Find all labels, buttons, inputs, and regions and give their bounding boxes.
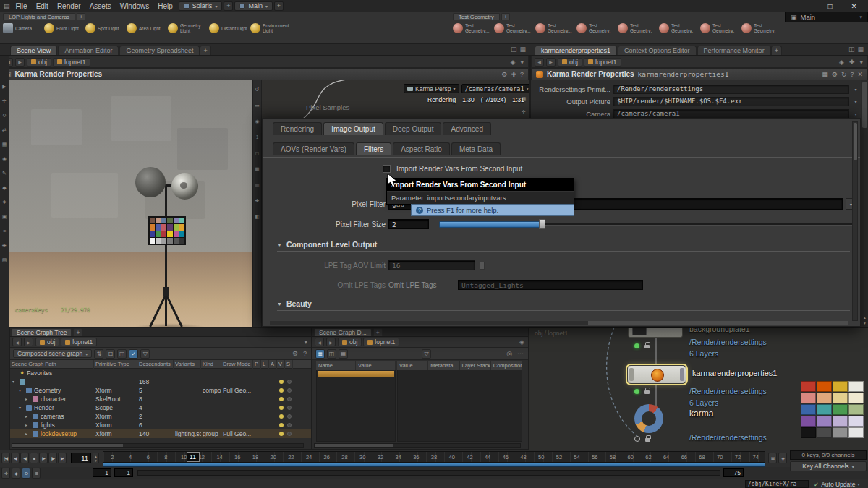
key-all-channels-button[interactable]: Key All Channels ▾ (790, 461, 867, 471)
subtab-aspect-ratio[interactable]: Aspect Ratio (393, 142, 450, 155)
display-toggle-icon[interactable]: ✛ (520, 108, 527, 115)
viewport-tool-icon[interactable]: ≡ (1, 228, 8, 234)
close-button[interactable]: ✕ (851, 2, 857, 10)
gear-icon[interactable]: ⚙ (501, 71, 507, 78)
viewport-tool-icon[interactable]: ✚ (1, 242, 8, 249)
palette-swatch[interactable] (833, 393, 848, 403)
palette-swatch[interactable] (848, 404, 864, 415)
column-header[interactable]: P (253, 360, 261, 369)
breadcrumb-item[interactable]: lopnet1 (584, 58, 621, 67)
pane-tab-scene-view[interactable]: Scene View (10, 46, 57, 55)
node-karma[interactable] (634, 404, 663, 433)
back-icon[interactable]: ◀ (315, 338, 324, 346)
viewport-tool-icon[interactable]: ⇄ (1, 127, 8, 133)
gear-icon[interactable]: ⚙ (832, 71, 838, 78)
close-icon[interactable]: ✕ (857, 71, 863, 78)
display-toggle-icon[interactable]: ▦ (254, 166, 261, 172)
snap-icon[interactable]: ⊟ (768, 453, 777, 463)
scroll-up-icon[interactable]: ▴ (864, 315, 866, 320)
display-toggle-icon[interactable]: ↺ (254, 86, 261, 93)
timeline-ruler[interactable]: 2468101214161820222426283032343638404244… (103, 451, 765, 463)
shelf-tool[interactable]: Point Light (44, 23, 85, 33)
tree-row-Geometry[interactable]: ▾GeometryXform5compoFull Geo... (10, 386, 311, 395)
pane-menu-icon[interactable]: ▦ (519, 46, 526, 55)
shelf-tab-lop-lights[interactable]: LOP Lights and Cameras (3, 13, 75, 20)
omit-lpe-tags-field[interactable]: Untagged_Lights (458, 280, 643, 290)
expand-icon[interactable]: ▸ (25, 421, 30, 429)
breadcrumb-item[interactable]: lopnet1 (53, 58, 90, 67)
view-mode-select[interactable]: Composed scene graph ▾ (13, 349, 92, 358)
tab-advanced[interactable]: Advanced (443, 122, 490, 135)
transport-button[interactable]: |◀ (1, 453, 10, 463)
lpe-limit-field[interactable]: 16 (388, 260, 475, 270)
shelf-add-tab[interactable]: + (501, 13, 510, 20)
tree-row-Favorites[interactable]: ★Favorites (10, 369, 311, 377)
list-view-icon[interactable]: ≣ (315, 349, 325, 359)
column-header[interactable]: V (277, 360, 285, 369)
viewport-tool-icon[interactable]: ▣ (1, 213, 8, 220)
palette-swatch[interactable] (801, 427, 816, 438)
menu-help[interactable]: Help (153, 1, 177, 11)
maximize-button[interactable]: □ (828, 2, 833, 10)
palette-swatch[interactable] (848, 416, 864, 427)
tab-image-output[interactable]: Image Output (323, 122, 383, 135)
help-icon[interactable]: ? (850, 71, 854, 78)
shelf-tool[interactable]: Test Geometry: T... (700, 23, 741, 33)
shelf-tool[interactable]: Spot Light (85, 23, 126, 33)
back-icon[interactable]: ◀ (535, 58, 544, 67)
shelf-add-tab[interactable]: + (77, 13, 85, 20)
display-toggle-icon[interactable]: ▭ (254, 102, 261, 108)
state-dot[interactable] (287, 406, 292, 410)
display-toggle-icon[interactable]: ◉ (254, 118, 261, 124)
camera-path-field[interactable]: /cameras/camera1 (613, 109, 849, 119)
tab-scene-graph-details[interactable]: Scene Graph D... (314, 328, 372, 336)
palette-swatch[interactable] (817, 381, 832, 392)
shelf-tool[interactable]: Test Geometry... (535, 23, 576, 33)
panes-icon[interactable]: ◫ (117, 349, 127, 359)
display-toggle-icon[interactable]: ◧ (254, 213, 261, 220)
shelf-tool[interactable]: Test Geometry... (494, 23, 535, 33)
viewport-tool-icon[interactable]: ❖ (1, 199, 8, 205)
active-dot[interactable] (279, 406, 284, 410)
scrollbar-thumb[interactable] (862, 82, 867, 128)
breadcrumb-item[interactable]: lopnet1 (363, 338, 399, 346)
lock-icon[interactable] (644, 390, 650, 394)
add-desktop-button[interactable]: + (274, 1, 284, 11)
tree-row-lights[interactable]: ▸lightsXform6 (10, 421, 311, 429)
forward-icon[interactable]: ▶ (326, 338, 336, 346)
tree-row-Render[interactable]: ▾RenderScope4 (10, 403, 311, 412)
palette-swatch[interactable] (833, 404, 848, 415)
column-header[interactable]: Value (356, 361, 396, 370)
display-toggle-icon[interactable]: ▥ (254, 181, 261, 188)
section-component-level-output[interactable]: ▼ Component Level Output (277, 240, 850, 252)
subtab-filters[interactable]: Filters (356, 142, 391, 155)
tab-deep-output[interactable]: Deep Output (385, 122, 442, 135)
camera-path-menu[interactable]: /cameras/camera1 ▾ (461, 84, 529, 93)
sort-icon[interactable]: ⇅ (94, 349, 103, 359)
palette-swatch[interactable] (833, 427, 848, 438)
column-header[interactable]: Name (316, 361, 356, 370)
tree-row-character[interactable]: ▸characterSkelRoot8 (10, 395, 311, 403)
viewport-tool-icon[interactable]: ◆ (1, 184, 8, 191)
state-dot[interactable] (287, 414, 292, 419)
tree-row-cameras[interactable]: ▸camerasXform2 (10, 412, 311, 421)
collapse-triangle-icon[interactable]: ▼ (277, 301, 282, 307)
anim-toggle[interactable]: ◆ (12, 468, 20, 479)
column-header[interactable]: Descendants (137, 360, 174, 369)
slider-handle[interactable] (480, 262, 485, 270)
column-header[interactable]: Layer Stack (460, 361, 491, 370)
collapse-triangle-icon[interactable]: ▼ (277, 242, 282, 247)
column-header[interactable]: Composition (491, 361, 522, 370)
frame-stepper[interactable]: ▴▾ (93, 453, 99, 463)
node-label[interactable]: karma (689, 408, 713, 419)
range-slider[interactable] (137, 470, 720, 476)
palette-swatch[interactable] (801, 393, 816, 403)
gear-icon[interactable]: ⚙ (291, 350, 299, 357)
transport-button[interactable]: |▶ (48, 453, 57, 463)
pixel-filter-size-slider[interactable] (439, 218, 853, 230)
funnel-icon[interactable]: ▽ (422, 349, 431, 359)
pixel-filter-size-field[interactable]: 2 (388, 219, 429, 229)
pin-icon[interactable]: ◈ (518, 338, 526, 346)
column-header[interactable]: S (285, 360, 293, 369)
funnel-icon[interactable]: ▽ (140, 349, 150, 359)
